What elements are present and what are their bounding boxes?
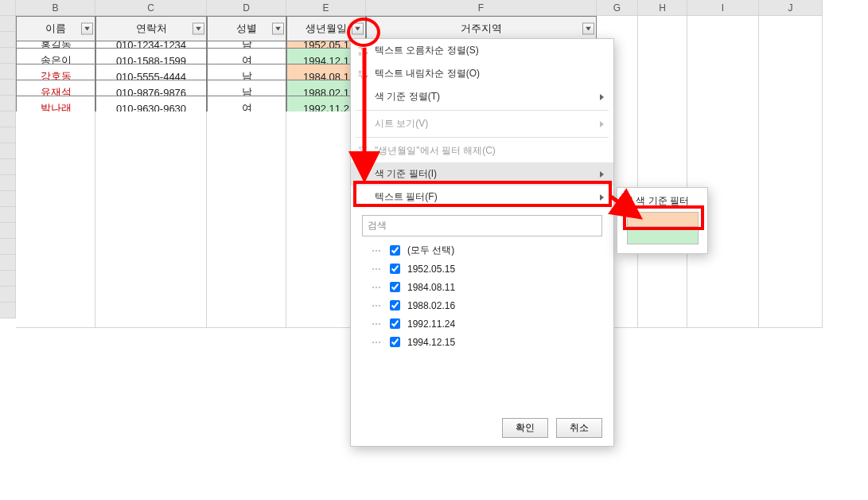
separator (356, 137, 609, 138)
tree-connector-icon: ⋯ (372, 264, 382, 275)
cell[interactable] (759, 303, 823, 328)
cell[interactable] (638, 303, 687, 328)
menu-item-text-filter[interactable]: 텍스트 필터(F) (351, 186, 613, 209)
tree-item-label: 1952.05.15 (407, 264, 455, 275)
row-header[interactable] (0, 159, 16, 175)
menu-item-label: 텍스트 오름차순 정렬(S) (375, 44, 479, 57)
row-header[interactable] (0, 271, 16, 287)
checkbox[interactable] (390, 337, 400, 347)
col-header-H[interactable]: H (638, 0, 687, 16)
row-header[interactable] (0, 143, 16, 159)
cell[interactable] (687, 303, 759, 328)
button-row: 확인 취소 (362, 418, 602, 438)
svg-marker-3 (355, 27, 360, 31)
row-header[interactable] (0, 287, 16, 303)
row-header[interactable] (0, 207, 16, 223)
menu-item-label: "생년월일"에서 필터 해제(C) (375, 144, 496, 158)
tree-connector-icon: ⋯ (372, 318, 382, 330)
tree-item-label: 1992.11.24 (407, 318, 455, 330)
col-header-C[interactable]: C (95, 0, 207, 16)
table-header-label: 거주지역 (461, 21, 502, 36)
checkbox[interactable] (390, 300, 400, 311)
menu-item-label: 텍스트 내림차순 정렬(O) (375, 67, 480, 80)
row-header[interactable] (0, 111, 16, 127)
svg-marker-2 (275, 27, 281, 31)
sort-desc-icon: ㅎㄱ (357, 68, 368, 80)
clear-filter-icon (357, 146, 368, 157)
filter-button-name[interactable] (81, 23, 93, 35)
tree-item[interactable]: ⋯1952.05.15 (372, 260, 602, 278)
table-header-gender[interactable]: 성별 (207, 16, 286, 41)
row-header[interactable] (0, 175, 16, 191)
col-header-F[interactable]: F (366, 0, 597, 16)
filter-button-region[interactable] (582, 23, 594, 35)
cell[interactable] (207, 303, 286, 328)
row-header[interactable] (0, 223, 16, 239)
submenu-title: 셀 색 기준 필터 (624, 194, 701, 208)
row-header[interactable] (0, 80, 16, 96)
row-header[interactable] (0, 96, 16, 111)
color-filter-submenu: 셀 색 기준 필터 (617, 187, 708, 254)
menu-item-sort-desc[interactable]: ㅎㄱ 텍스트 내림차순 정렬(O) (351, 62, 613, 85)
tree-connector-icon: ⋯ (372, 337, 382, 348)
col-header-D[interactable]: D (207, 0, 286, 16)
col-header-E[interactable]: E (286, 0, 366, 16)
row-header[interactable] (0, 16, 16, 32)
row-header[interactable] (0, 32, 16, 48)
svg-text:ㄱ: ㄱ (357, 74, 363, 80)
tree-connector-icon: ⋯ (372, 245, 382, 256)
row-header[interactable] (0, 64, 16, 80)
tree-item-label: (모두 선택) (407, 244, 454, 257)
menu-item-sheet-view: 시트 보기(V) (351, 112, 613, 135)
tree-item[interactable]: ⋯1984.08.11 (372, 278, 602, 296)
table-header-label: 성별 (236, 21, 257, 36)
svg-marker-0 (84, 27, 90, 31)
filter-button-phone[interactable] (193, 23, 204, 35)
row-header[interactable] (0, 239, 16, 255)
table-header-phone[interactable]: 연락처 (95, 16, 207, 41)
row-header[interactable] (0, 127, 16, 143)
color-swatch-peach[interactable] (627, 212, 699, 227)
col-header-I[interactable]: I (687, 0, 759, 16)
table-header-label: 연락처 (136, 21, 167, 36)
svg-text:ㅎ: ㅎ (357, 51, 363, 57)
checkbox[interactable] (390, 245, 400, 256)
tree-item[interactable]: ⋯1988.02.16 (372, 296, 602, 314)
menu-item-clear-filter: "생년월일"에서 필터 해제(C) (351, 139, 613, 162)
col-header-J[interactable]: J (759, 0, 823, 16)
row-header[interactable] (0, 48, 16, 64)
menu-item-filter-by-color[interactable]: 색 기준 필터(I) (351, 162, 613, 186)
svg-marker-1 (196, 27, 201, 31)
row-header[interactable] (0, 255, 16, 271)
filter-dropdown-menu: ㄱㅎ 텍스트 오름차순 정렬(S) ㅎㄱ 텍스트 내림차순 정렬(O) 색 기준… (350, 38, 614, 447)
tree-item[interactable]: ⋯1994.12.15 (372, 333, 602, 351)
tree-connector-icon: ⋯ (372, 282, 382, 293)
menu-item-sort-asc[interactable]: ㄱㅎ 텍스트 오름차순 정렬(S) (351, 39, 613, 62)
row-header[interactable] (0, 191, 16, 207)
ok-button[interactable]: 확인 (502, 418, 548, 438)
color-swatch-green[interactable] (627, 229, 699, 244)
checkbox[interactable] (390, 282, 400, 292)
tree-item-select-all[interactable]: ⋯ (모두 선택) (372, 241, 602, 260)
menu-item-label: 텍스트 필터(F) (375, 190, 438, 204)
tree-connector-icon: ⋯ (372, 300, 382, 311)
table-header-name[interactable]: 이름 (16, 16, 95, 41)
menu-item-label: 시트 보기(V) (375, 117, 428, 131)
separator (356, 110, 609, 111)
cell[interactable] (16, 303, 95, 328)
col-header-B[interactable]: B (16, 0, 95, 16)
filter-button-gender[interactable] (272, 23, 284, 35)
row-header[interactable] (0, 303, 16, 318)
svg-marker-4 (586, 27, 591, 31)
cancel-button[interactable]: 취소 (556, 418, 602, 438)
table-header-label: 생년월일 (306, 21, 347, 36)
col-header-G[interactable]: G (597, 0, 638, 16)
tree-item-label: 1984.08.11 (407, 282, 455, 293)
filter-button-dob[interactable] (352, 23, 364, 35)
checkbox[interactable] (390, 264, 400, 274)
tree-item[interactable]: ⋯1992.11.24 (372, 314, 602, 333)
filter-search-input[interactable]: 검색 (362, 215, 602, 236)
menu-item-sort-by-color[interactable]: 색 기준 정렬(T) (351, 85, 613, 108)
checkbox[interactable] (390, 318, 400, 329)
cell[interactable] (95, 303, 207, 328)
